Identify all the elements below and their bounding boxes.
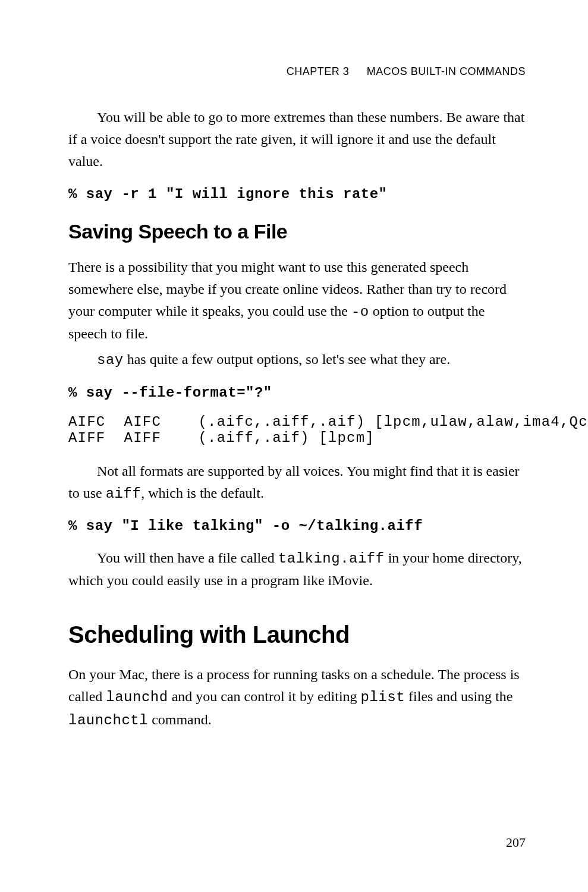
inline-code: say: [97, 352, 124, 368]
body-paragraph: You will then have a file called talking…: [68, 547, 526, 592]
text-run: has quite a few output options, so let's…: [124, 351, 451, 367]
page-number: 207: [506, 835, 526, 850]
text-run: You will then have a file called: [97, 550, 278, 566]
text-run: and you can control it by editing: [168, 689, 361, 704]
text-run: , which is the default.: [141, 485, 264, 501]
book-page: CHAPTER 3 MACOS BUILT-IN COMMANDS You wi…: [0, 0, 588, 892]
body-paragraph: On your Mac, there is a process for runn…: [68, 664, 526, 731]
inline-code: launchd: [106, 689, 168, 705]
code-output-line: AIFF AIFF (.aiff,.aif) [lpcm]: [68, 430, 526, 446]
text-run: files and using the: [405, 689, 512, 704]
code-command: % say --file-format="?": [68, 385, 526, 401]
body-paragraph: Not all formats are supported by all voi…: [68, 460, 526, 505]
body-paragraph: say has quite a few output options, so l…: [68, 348, 526, 371]
running-header: CHAPTER 3 MACOS BUILT-IN COMMANDS: [68, 65, 526, 78]
code-block: % say --file-format="?" AIFC AIFC (.aifc…: [68, 385, 526, 446]
code-command: % say "I like talking" -o ~/talking.aiff: [68, 518, 526, 534]
chapter-title: MACOS BUILT-IN COMMANDS: [367, 65, 526, 77]
code-output-line: AIFC AIFC (.aifc,.aiff,.aif) [lpcm,ulaw,…: [68, 414, 526, 430]
text-run: command.: [148, 712, 212, 727]
code-command: % say -r 1 "I will ignore this rate": [68, 186, 526, 202]
inline-code: plist: [361, 689, 405, 705]
section-heading: Saving Speech to a File: [68, 220, 526, 243]
body-paragraph: You will be able to go to more extremes …: [68, 106, 526, 173]
chapter-number: CHAPTER 3: [287, 65, 350, 77]
inline-code: -o: [351, 304, 369, 320]
section-heading: Scheduling with Launchd: [68, 621, 526, 648]
body-paragraph: There is a possibility that you might wa…: [68, 256, 526, 346]
inline-code: talking.aiff: [278, 551, 385, 567]
inline-code: launchctl: [68, 712, 148, 728]
inline-code: aiff: [106, 486, 142, 502]
